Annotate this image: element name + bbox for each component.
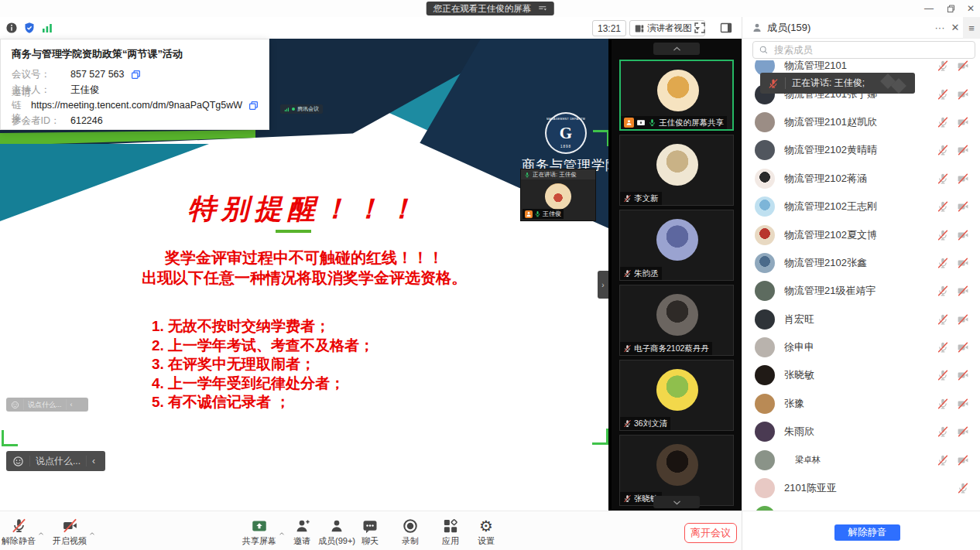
member-name: 物流管理2101赵凯欣 <box>784 115 937 129</box>
mic-muted-icon <box>937 60 949 72</box>
host-badge-icon <box>624 118 634 128</box>
emoji-icon <box>11 401 19 409</box>
green-corner-bracket <box>593 130 608 146</box>
video-tile[interactable]: 王佳俊的屏幕共享 <box>619 60 734 131</box>
member-row[interactable]: 物流管理2102蒋涵 <box>742 165 980 193</box>
avatar <box>656 144 698 186</box>
toolbar-screen-share-button[interactable]: 共享屏幕 <box>238 517 281 547</box>
mic-muted-icon <box>623 494 632 503</box>
member-row[interactable]: 物流管理2102黄晴晴 <box>742 136 980 164</box>
video-tile[interactable]: 李文新 <box>619 135 734 206</box>
copy-icon[interactable] <box>248 101 259 111</box>
info-value: 612246 <box>70 115 103 126</box>
mic-muted-icon <box>623 419 632 428</box>
mic-muted-icon <box>937 425 949 438</box>
info-label: 参会者ID： <box>12 114 70 128</box>
expand-caret[interactable] <box>88 530 96 538</box>
member-row[interactable]: 肖宏旺 <box>742 306 980 333</box>
member-name: 肖宏旺 <box>784 313 937 326</box>
rule-item: 2. 上一学年考试、考查不及格者； <box>152 336 374 356</box>
chat-placeholder[interactable]: 说点什么... <box>36 455 81 468</box>
member-row[interactable]: 梁卓林 <box>742 446 980 473</box>
mic-muted-icon <box>623 269 632 278</box>
mic-muted-icon <box>623 194 632 203</box>
close-button[interactable]: ✕ <box>960 0 980 17</box>
layout-switch-icon[interactable] <box>537 4 547 13</box>
collapse-chat-icon[interactable]: ‹ <box>92 456 95 466</box>
camera-off-icon <box>957 285 969 297</box>
title-underline <box>276 230 311 233</box>
member-name: 物流管理2102张鑫 <box>784 256 937 270</box>
mic-muted-icon <box>937 229 949 241</box>
meeting-info-icon[interactable] <box>5 22 18 34</box>
copy-icon[interactable] <box>131 70 141 80</box>
network-signal-icon[interactable] <box>41 22 53 34</box>
mic-muted-icon <box>957 482 969 494</box>
emoji-icon[interactable] <box>12 456 24 467</box>
member-row[interactable] <box>742 502 980 511</box>
member-row[interactable]: 物流管理2102张鑫 <box>742 249 980 277</box>
minimize-button[interactable]: — <box>918 0 940 17</box>
toolbar-record-button[interactable]: 录制 <box>389 517 432 547</box>
mic-muted-icon <box>623 344 632 353</box>
toolbar-chat-button[interactable]: 聊天 <box>348 517 392 547</box>
speaker-name: 王佳俊 <box>543 210 561 218</box>
close-panel-button[interactable]: ✕ <box>947 22 963 33</box>
toolbar-settings-button[interactable]: ⚙ 设置 <box>464 517 508 547</box>
panel-menu-button[interactable]: ≡ <box>963 17 980 39</box>
avatar <box>656 219 698 261</box>
video-thumbnail-strip: 王佳俊的屏幕共享 李文新 朱韵丞 电子商务2102蔡丹丹 36刘文清 张晓敏 <box>612 39 742 511</box>
member-row[interactable]: 朱雨欣 <box>742 418 980 446</box>
member-row[interactable]: 物流管理21级崔靖宇 <box>742 277 980 305</box>
unmute-button[interactable]: 解除静音 <box>834 524 900 541</box>
toolbar-mic-muted-button[interactable]: 解除静音 <box>0 517 40 547</box>
avatar <box>755 169 775 189</box>
video-tile[interactable]: 36刘文清 <box>619 360 734 431</box>
avatar <box>755 281 775 301</box>
participant-name: 王佳俊的屏幕共享 <box>659 118 724 128</box>
video-strip-collapse-tab[interactable]: › <box>598 271 608 299</box>
security-shield-icon[interactable] <box>23 22 36 34</box>
toolbar-label: 录制 <box>402 535 419 547</box>
members-panel-header: 成员(159) ··· ✕ <box>742 17 980 39</box>
toolbar-cam-off-button[interactable]: 开启视频 <box>48 517 91 547</box>
expand-caret[interactable] <box>37 530 45 538</box>
floating-speaker-video[interactable]: 正在讲话: 王佳俊 王佳俊 <box>520 169 596 221</box>
green-dot-icon <box>292 108 295 111</box>
quick-chat-widget[interactable]: 说点什么... ‹ <box>6 451 105 471</box>
video-tile[interactable]: 朱韵丞 <box>619 210 734 281</box>
member-row[interactable]: 物流管理2102王志刚 <box>742 193 980 220</box>
member-search-box[interactable] <box>752 41 975 59</box>
info-value: 857 527 563 <box>70 69 125 80</box>
slide-title: 特别提醒！！！ <box>0 190 608 228</box>
camera-off-icon <box>957 144 969 156</box>
avatar <box>755 478 775 498</box>
leave-meeting-button[interactable]: 离开会议 <box>684 523 737 543</box>
search-input[interactable] <box>773 44 969 56</box>
side-panel-toggle[interactable] <box>720 22 732 34</box>
video-tile[interactable]: 电子商务2102蔡丹丹 <box>619 285 734 356</box>
member-row[interactable]: 2101陈亚亚 <box>742 474 980 502</box>
avatar <box>755 337 775 357</box>
scroll-down-button[interactable] <box>653 496 700 508</box>
member-name: 梁卓林 <box>795 454 937 466</box>
member-row[interactable]: 张晓敏 <box>742 361 980 389</box>
fullscreen-button[interactable] <box>694 22 706 34</box>
more-options-button[interactable]: ··· <box>932 22 947 33</box>
members-panel: 物流管理2101 物流管理2101张宁娜 物流管理2101赵凯欣 物流管理210… <box>742 39 980 511</box>
member-row[interactable]: 物流管理2102夏文博 <box>742 220 980 248</box>
mic-muted-icon <box>937 313 949 326</box>
speaking-tooltip: 正在讲话: 王佳俊; <box>760 73 915 94</box>
restore-button[interactable] <box>940 0 961 17</box>
mic-muted-icon <box>937 200 949 213</box>
member-name: 朱雨欣 <box>784 425 937 439</box>
member-row[interactable]: 徐申申 <box>742 333 980 361</box>
meeting-info-row: 主持人： 王佳俊 <box>12 82 258 97</box>
scroll-up-button[interactable] <box>653 43 700 55</box>
member-row[interactable]: 张豫 <box>742 390 980 418</box>
speaking-header: 正在讲话: 王佳俊 <box>533 171 577 179</box>
green-corner-bracket <box>2 430 18 446</box>
cam-off-icon <box>62 517 78 534</box>
member-row[interactable]: 物流管理2101赵凯欣 <box>742 108 980 136</box>
camera-off-icon <box>957 116 969 128</box>
